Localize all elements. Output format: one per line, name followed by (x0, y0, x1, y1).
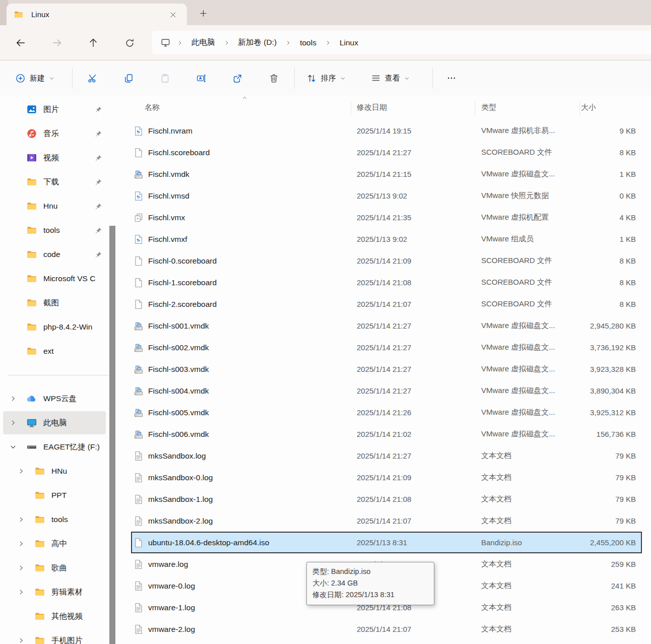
chevron-right-icon[interactable] (18, 564, 25, 573)
sidebar-item[interactable]: 此电脑 (0, 411, 117, 435)
file-row[interactable]: Fischl-0.scoreboard2025/1/14 21:09SCOREB… (117, 250, 651, 272)
sidebar-item-label: 音乐 (43, 128, 59, 139)
sidebar-item[interactable]: HNu (0, 459, 117, 483)
file-row[interactable]: Fischl-s006.vmdk2025/1/14 21:02VMware 虚拟… (117, 423, 651, 445)
sidebar-item[interactable]: code (0, 242, 117, 267)
file-date: 2025/1/14 21:27 (357, 380, 411, 402)
sidebar-item[interactable]: 截图 (0, 291, 117, 315)
chevron-down-icon[interactable] (10, 443, 17, 453)
column-resize-handle[interactable] (351, 101, 351, 115)
sidebar-scrollbar-thumb[interactable] (109, 226, 115, 644)
sidebar-divider (8, 375, 109, 375)
file-row[interactable]: Fischl-s005.vmdk2025/1/14 21:26VMware 虚拟… (117, 402, 651, 423)
column-header-name[interactable]: 名称 (145, 103, 160, 112)
chevron-right-icon[interactable] (18, 468, 25, 477)
file-row[interactable]: Fischl.vmsd2025/1/13 9:02VMware 快照元数据0 K… (117, 185, 651, 207)
sidebar-item[interactable]: 剪辑素材 (0, 580, 117, 604)
file-size: 79 KB (540, 488, 636, 510)
toolbar-divider (72, 68, 73, 89)
new-button[interactable]: 新建 (10, 67, 59, 89)
sidebar-item[interactable]: 图片 (0, 97, 117, 121)
paste-button[interactable] (154, 67, 176, 89)
sidebar-item[interactable]: PPT (0, 483, 117, 507)
breadcrumb-linux[interactable]: Linux (335, 36, 363, 49)
file-row[interactable]: Fischl-2.scoreboard2025/1/14 21:07SCOREB… (117, 293, 651, 315)
address-bar[interactable]: 此电脑 新加卷 (D:) tools Linux (152, 31, 651, 54)
chevron-right-icon[interactable] (18, 540, 25, 549)
sort-button[interactable]: 排序 (301, 67, 351, 89)
folder-icon (34, 635, 45, 644)
close-tab-icon[interactable] (167, 9, 179, 21)
file-row[interactable]: Fischl-s001.vmdk2025/1/14 21:27VMware 虚拟… (117, 315, 651, 337)
sidebar-item[interactable]: php-8.4.2-Win (0, 315, 117, 339)
rename-button[interactable] (190, 67, 212, 89)
sidebar-item[interactable]: Microsoft VS C (0, 267, 117, 291)
file-row-selected[interactable]: ubuntu-18.04.6-desktop-amd64.iso2025/1/1… (117, 532, 651, 553)
folder-icon (26, 249, 37, 260)
sidebar-item[interactable]: WPS云盘 (0, 387, 117, 411)
sidebar-item[interactable]: EAGET忆捷 (F:) (0, 435, 117, 459)
tab-linux[interactable]: Linux (7, 4, 187, 25)
column-resize-handle[interactable] (579, 101, 580, 115)
sidebar-item[interactable]: 高中 (0, 532, 117, 556)
file-row[interactable]: Fischl.vmxf2025/1/13 9:02VMware 组成员1 KB (117, 228, 651, 250)
chevron-right-icon[interactable] (10, 419, 17, 428)
file-row[interactable]: Fischl-1.scoreboard2025/1/14 21:08SCOREB… (117, 272, 651, 293)
new-tab-button[interactable] (197, 7, 210, 20)
sidebar-item[interactable]: 音乐 (0, 121, 117, 146)
column-header-size[interactable]: 大小 (581, 103, 596, 112)
file-row[interactable]: mksSandbox-0.log2025/1/14 21:09文本文档79 KB (117, 467, 651, 488)
breadcrumb-this-pc[interactable]: 此电脑 (187, 35, 220, 50)
chevron-right-icon[interactable] (18, 637, 25, 644)
chevron-right-icon[interactable] (10, 395, 17, 404)
share-button[interactable] (226, 67, 248, 89)
file-size: 2,455,200 KB (540, 532, 636, 553)
sidebar-item[interactable]: 歌曲 (0, 556, 117, 580)
file-row[interactable]: mksSandbox-1.log2025/1/14 21:08文本文档79 KB (117, 488, 651, 510)
breadcrumb-tools[interactable]: tools (295, 36, 321, 49)
file-row[interactable]: Fischl.vmx2025/1/14 21:35VMware 虚拟机配置4 K… (117, 207, 651, 228)
file-row[interactable]: mksSandbox-2.log2025/1/14 21:07文本文档79 KB (117, 510, 651, 532)
file-date: 2025/1/14 21:27 (357, 358, 411, 380)
sidebar-item[interactable]: Hnu (0, 194, 117, 218)
file-row[interactable]: Fischl-s004.vmdk2025/1/14 21:27VMware 虚拟… (117, 380, 651, 402)
tab-title: Linux (31, 10, 49, 19)
file-row[interactable]: Fischl-s002.vmdk2025/1/14 21:27VMware 虚拟… (117, 337, 651, 358)
chevron-right-icon[interactable] (18, 516, 25, 525)
file-row[interactable]: Fischl.nvram2025/1/14 19:15VMware 虚拟机非易.… (117, 120, 651, 142)
tab-strip: Linux (0, 0, 651, 25)
column-header-date[interactable]: 修改日期 (357, 103, 387, 112)
sidebar-item[interactable]: 其他视频 (0, 604, 117, 628)
file-row[interactable]: Fischl-s003.vmdk2025/1/14 21:27VMware 虚拟… (117, 358, 651, 380)
column-resize-handle[interactable] (475, 101, 475, 115)
sidebar-item[interactable]: tools (0, 218, 117, 242)
sidebar-item[interactable]: 手机图片 (0, 628, 117, 644)
sidebar-item[interactable]: tools (0, 507, 117, 532)
forward-button[interactable] (49, 35, 65, 51)
file-row[interactable]: mksSandbox.log2025/1/14 21:27文本文档79 KB (117, 445, 651, 467)
refresh-button[interactable] (121, 35, 138, 51)
copy-button[interactable] (117, 67, 140, 89)
cut-button[interactable] (81, 67, 103, 89)
more-options-button[interactable] (440, 67, 463, 89)
delete-button[interactable] (263, 67, 285, 89)
up-button[interactable] (85, 35, 101, 51)
file-row[interactable]: vmware-2.log2025/1/14 21:07文本文档253 KB (117, 618, 651, 640)
this-pc-location-icon[interactable] (160, 37, 171, 48)
file-row[interactable]: Fischl.scoreboard2025/1/14 21:27SCOREBOA… (117, 142, 651, 163)
new-button-label: 新建 (30, 74, 45, 83)
chevron-right-icon[interactable] (18, 589, 25, 598)
file-size: 3,890,304 KB (540, 380, 636, 402)
file-row[interactable]: Fischl.vmdk2025/1/14 21:15VMware 虚拟磁盘文..… (117, 163, 651, 185)
sidebar-item[interactable]: 下载 (0, 170, 117, 194)
trash-icon (269, 73, 279, 84)
view-button[interactable]: 查看 (366, 67, 415, 89)
toolbar-divider (432, 68, 433, 89)
file-date: 2025/1/14 19:15 (357, 120, 411, 142)
sidebar-item[interactable]: 视频 (0, 146, 117, 170)
sidebar-item[interactable]: ext (0, 339, 117, 363)
breadcrumb-drive-d[interactable]: 新加卷 (D:) (234, 35, 282, 50)
back-button[interactable] (13, 35, 29, 51)
vmware-doc-icon (133, 228, 144, 250)
column-header-type[interactable]: 类型 (481, 103, 496, 112)
